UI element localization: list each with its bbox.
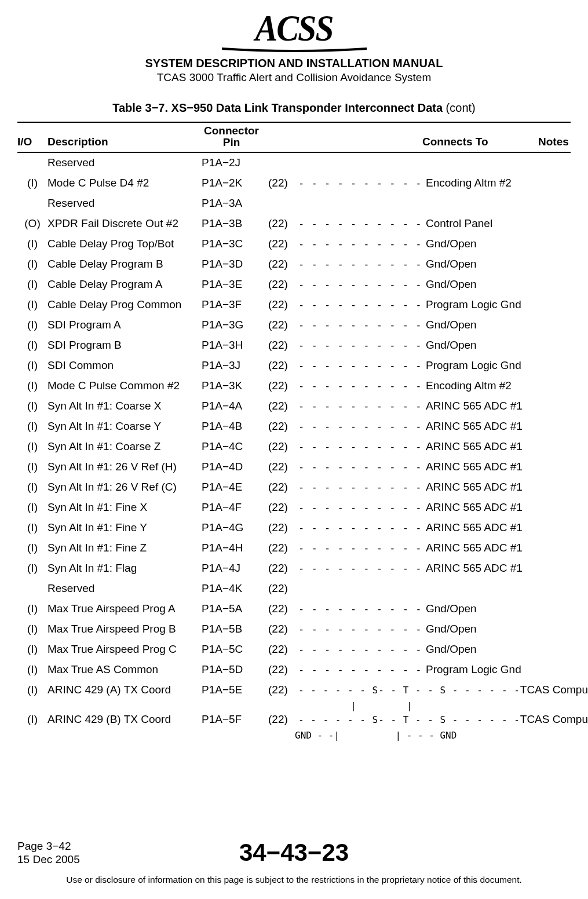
- cell-io: (I): [17, 501, 48, 514]
- cell-connects-to: Program Logic Gnd: [426, 663, 542, 676]
- logo-text: ACSS: [255, 10, 333, 47]
- cell-aux: (22): [268, 379, 298, 392]
- cell-wiring: - - - - - - - - - - - - - - - - - - - - …: [298, 218, 426, 229]
- cell-connects-to: TCAS Computer: [520, 713, 588, 726]
- cell-io: (I): [17, 684, 48, 696]
- cell-io: (I): [17, 623, 48, 635]
- cell-pin: P1A−3A: [198, 197, 268, 210]
- cell-wiring: - - - - - - - - - - - - - - - - - - - - …: [298, 441, 426, 452]
- cell-aux: (22): [268, 521, 298, 534]
- cell-aux: (22): [268, 623, 298, 635]
- cell-pin: P1A−4J: [198, 562, 268, 575]
- cell-io: (I): [17, 461, 48, 473]
- cell-pin: P1A−3E: [198, 278, 268, 291]
- cell-io: (I): [17, 400, 48, 412]
- cell-io: (I): [17, 643, 48, 656]
- cell-wiring: - - - - - - - - - - - - - - - - - - - - …: [298, 562, 426, 574]
- cell-connects-to: ARINC 565 ADC #1: [426, 542, 542, 554]
- cell-aux: (22): [268, 237, 298, 250]
- cell-desc: Syn Alt In #1: Fine X: [48, 501, 198, 514]
- table-caption-cont: (cont): [443, 101, 476, 114]
- cell-connects-to: Program Logic Gnd: [426, 298, 542, 311]
- table-caption-bold: Table 3−7. XS−950 Data Link Transponder …: [112, 101, 443, 114]
- table-row: (I)ARINC 429 (B) TX CoordP1A−5F(22)- - -…: [17, 710, 571, 730]
- cell-desc: Mode C Pulse Common #2: [48, 379, 198, 392]
- cell-aux: (22): [268, 713, 298, 726]
- cell-wiring: - - - - - - - - - - - - - - - - - - - - …: [298, 603, 426, 615]
- cell-connects-to: Gnd/Open: [426, 623, 542, 635]
- cell-io: (I): [17, 258, 48, 271]
- cell-pin: P1A−4E: [198, 481, 268, 494]
- cell-aux: (22): [268, 298, 298, 311]
- cell-desc: SDI Program B: [48, 339, 198, 352]
- cell-io: (I): [17, 521, 48, 534]
- cell-aux: (22): [268, 643, 298, 656]
- cell-wiring: - - - - - - - - - - - - - - - - - - - - …: [298, 623, 426, 635]
- cell-desc: Syn Alt In #1: Flag: [48, 562, 198, 575]
- table-row: (I)ARINC 429 (A) TX CoordP1A−5E(22)- - -…: [17, 680, 571, 700]
- cell-wiring: - - - - - - - - - - - - - - - - - - - - …: [298, 461, 426, 473]
- table-row: (I)Mode C Pulse D4 #2P1A−2K(22)- - - - -…: [17, 173, 571, 193]
- cell-io: (I): [17, 379, 48, 392]
- cell-pin: P1A−5F: [198, 713, 268, 726]
- table-body: ReservedP1A−2J(I)Mode C Pulse D4 #2P1A−2…: [17, 153, 571, 739]
- cell-io: (I): [17, 663, 48, 676]
- cell-wiring: - - - - - - - - - - - - - - - - - - - - …: [298, 258, 426, 270]
- cell-pin: P1A−4K: [198, 582, 268, 595]
- cell-desc: ARINC 429 (A) TX Coord: [48, 684, 198, 696]
- cell-io: (I): [17, 278, 48, 291]
- cell-wiring: - - - - - - - - - - - - - - - - - - - - …: [298, 238, 426, 250]
- table-row: (I)Max True AS CommonP1A−5D(22)- - - - -…: [17, 660, 571, 680]
- cell-desc: Syn Alt In #1: Coarse X: [48, 400, 198, 412]
- cell-pin: P1A−4B: [198, 420, 268, 433]
- cell-desc: Reserved: [48, 582, 198, 595]
- cell-connects-to: ARINC 565 ADC #1: [426, 521, 542, 534]
- cell-wiring: - - - - - - - - - - - - - - - - - - - - …: [298, 339, 426, 351]
- cell-io: (I): [17, 542, 48, 554]
- cell-desc: Reserved: [48, 197, 198, 210]
- cell-aux: (22): [268, 258, 298, 271]
- th-desc: Description: [48, 136, 198, 148]
- table-caption: Table 3−7. XS−950 Data Link Transponder …: [17, 101, 571, 115]
- cell-wiring: - - - - - - - - - - - - - - - - - - - - …: [298, 481, 426, 493]
- cell-pin: P1A−3D: [198, 258, 268, 271]
- cell-pin: P1A−3C: [198, 237, 268, 250]
- table-row: (I)Mode C Pulse Common #2P1A−3K(22)- - -…: [17, 376, 571, 396]
- th-io: I/O: [17, 136, 48, 148]
- cell-wiring: - - - - - - S- - T - - S - - - - - -: [298, 714, 520, 725]
- cell-aux: (22): [268, 582, 298, 595]
- table-row: (I)Syn Alt In #1: Coarse YP1A−4B(22)- - …: [17, 416, 571, 437]
- cell-aux: (22): [268, 501, 298, 514]
- cell-connects-to: Encoding Altm #2: [426, 379, 542, 392]
- th-pin-bot: Pin: [223, 137, 240, 148]
- cell-wiring: - - - - - - - - - - - - - - - - - - - - …: [298, 664, 426, 675]
- cell-desc: Cable Delay Program A: [48, 278, 198, 291]
- header: ACSS SYSTEM DESCRIPTION AND INSTALLATION…: [17, 12, 571, 84]
- cell-io: (I): [17, 420, 48, 433]
- cell-desc: ARINC 429 (B) TX Coord: [48, 713, 198, 726]
- cell-pin: P1A−3J: [198, 359, 268, 372]
- table-row: (O)XPDR Fail Discrete Out #2P1A−3B(22)- …: [17, 214, 571, 234]
- cell-pin: P1A−4H: [198, 542, 268, 554]
- cell-desc: SDI Common: [48, 359, 198, 372]
- shield-subline: GND - -| | - - - GND: [17, 730, 571, 739]
- cell-desc: Reserved: [48, 156, 198, 169]
- cell-desc: Cable Delay Program B: [48, 258, 198, 271]
- cell-aux: (22): [268, 217, 298, 230]
- cell-aux: (22): [268, 440, 298, 453]
- table-row: ReservedP1A−3A: [17, 193, 571, 214]
- cell-wiring: - - - - - - - - - - - - - - - - - - - - …: [298, 177, 426, 189]
- table-row: (I)Cable Delay Prog CommonP1A−3F(22)- - …: [17, 295, 571, 315]
- cell-desc: SDI Program A: [48, 319, 198, 331]
- table-row: (I)Syn Alt In #1: Fine ZP1A−4H(22)- - - …: [17, 538, 571, 558]
- cell-connects-to: Gnd/Open: [426, 339, 542, 352]
- manual-subtitle: TCAS 3000 Traffic Alert and Collision Av…: [17, 71, 571, 84]
- cell-io: (I): [17, 298, 48, 311]
- cell-desc: Syn Alt In #1: Fine Y: [48, 521, 198, 534]
- cell-aux: (22): [268, 177, 298, 189]
- cell-desc: Cable Delay Prog Common: [48, 298, 198, 311]
- cell-pin: P1A−5E: [198, 684, 268, 696]
- table-row: (I)Syn Alt In #1: Fine YP1A−4G(22)- - - …: [17, 518, 571, 538]
- cell-connects-to: TCAS Computer: [520, 684, 588, 696]
- cell-aux: (22): [268, 461, 298, 473]
